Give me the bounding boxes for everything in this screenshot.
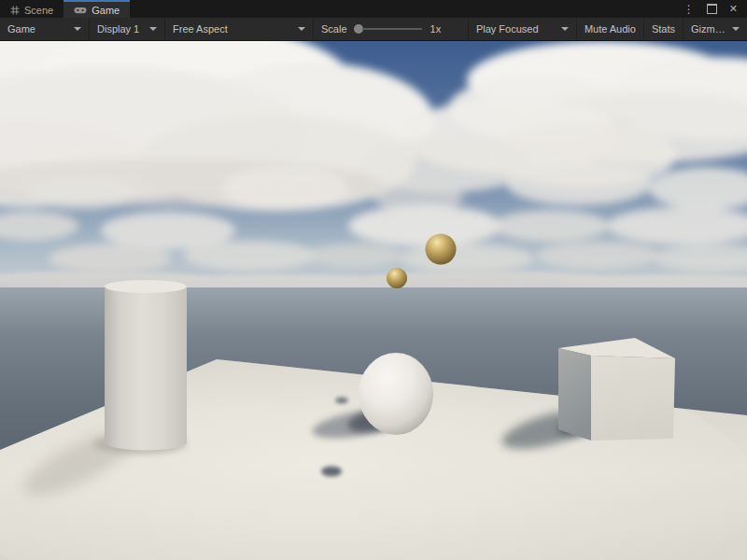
aspect-ratio-label: Free Aspect — [173, 23, 228, 35]
scale-slider-track[interactable] — [362, 28, 422, 30]
display-target-dropdown[interactable]: Display 1 — [90, 18, 165, 40]
mute-audio-label: Mute Audio — [585, 23, 636, 35]
game-view-toolbar: Game Display 1 Free Aspect Scale 1x Play… — [0, 18, 747, 41]
game-render-surface[interactable] — [0, 41, 747, 560]
chevron-down-icon — [74, 27, 81, 31]
gold-sphere-small — [387, 268, 407, 288]
white-cylinder — [105, 280, 187, 451]
gizmos-dropdown[interactable]: Gizmos — [684, 18, 747, 40]
scale-control: Scale 1x — [314, 18, 452, 40]
play-focused-dropdown[interactable]: Play Focused — [469, 18, 577, 40]
scale-value: 1x — [430, 23, 442, 35]
scale-slider — [354, 24, 422, 34]
window-controls: ⋮ ✕ — [684, 0, 747, 18]
stats-label: Stats — [652, 23, 675, 35]
scene-grid-icon — [10, 6, 20, 15]
cloudy-sky — [0, 41, 747, 291]
mute-audio-button[interactable]: Mute Audio — [577, 18, 644, 40]
play-focused-label: Play Focused — [476, 23, 539, 35]
unity-game-view-window: Scene Game ⋮ ✕ Game Display 1 — [0, 0, 747, 560]
gamepad-icon — [74, 6, 87, 15]
tab-scene[interactable]: Scene — [0, 0, 63, 18]
kebab-menu-icon[interactable]: ⋮ — [684, 4, 695, 15]
chevron-down-icon — [561, 27, 569, 31]
cube-left-face — [558, 348, 591, 441]
gold-sphere-shadow-large — [321, 467, 342, 477]
maximize-icon[interactable] — [707, 4, 717, 14]
tab-game[interactable]: Game — [63, 0, 130, 18]
display-target-label: Display 1 — [97, 23, 139, 35]
gold-sphere-large — [426, 234, 457, 265]
white-cube — [558, 338, 675, 441]
white-sphere — [359, 353, 433, 435]
aspect-ratio-dropdown[interactable]: Free Aspect — [165, 18, 314, 40]
scale-label: Scale — [321, 23, 347, 35]
gizmos-label: Gizmos — [691, 23, 726, 35]
chevron-down-icon — [298, 27, 305, 31]
stats-button[interactable]: Stats — [644, 18, 684, 40]
chevron-down-icon — [732, 27, 740, 31]
view-mode-dropdown[interactable]: Game — [0, 18, 90, 40]
toolbar-spacer — [452, 18, 469, 40]
view-mode-label: Game — [7, 23, 35, 35]
tab-scene-label: Scene — [24, 5, 53, 16]
cube-front-face — [591, 356, 675, 441]
close-icon[interactable]: ✕ — [729, 4, 738, 14]
tab-bar: Scene Game ⋮ ✕ — [0, 0, 747, 18]
gold-sphere-shadow-small — [335, 398, 348, 404]
chevron-down-icon — [149, 27, 157, 31]
tab-game-label: Game — [92, 5, 120, 16]
